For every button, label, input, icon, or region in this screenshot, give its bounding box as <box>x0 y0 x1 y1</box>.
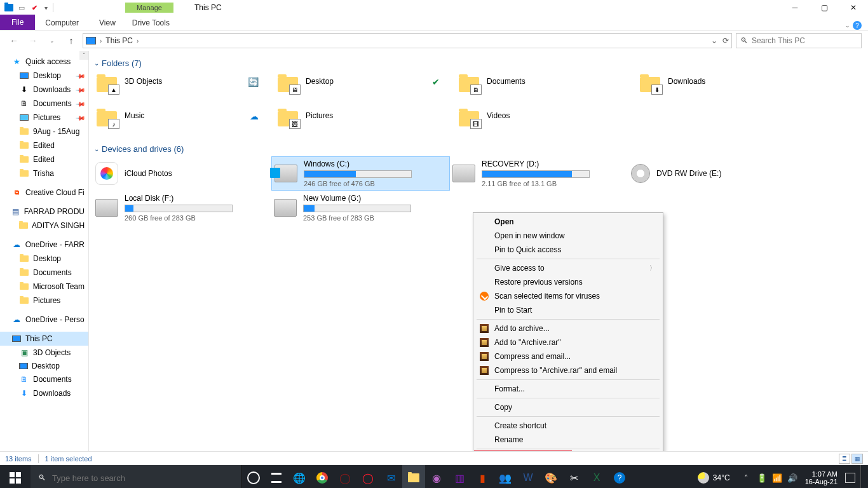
folder-tile[interactable]: ⬇Downloads <box>636 71 817 105</box>
mail-icon[interactable]: ✉ <box>379 465 402 488</box>
view-tab[interactable]: View <box>89 16 126 30</box>
folder-tile[interactable]: ▲3D Objects🔄 <box>93 71 274 105</box>
qat-dropdown-icon[interactable]: ▾ <box>42 4 50 11</box>
context-menu-item[interactable]: Open in new window <box>475 229 661 243</box>
folders-header[interactable]: ⌄Folders (7) <box>93 56 863 71</box>
recent-locations-button[interactable]: ⌄ <box>44 33 60 48</box>
context-menu-item[interactable]: Add to archive... <box>475 322 661 336</box>
context-menu-item[interactable]: Open <box>475 215 661 229</box>
context-menu-item[interactable]: Create shortcut <box>475 419 661 433</box>
minimize-button[interactable]: ─ <box>780 0 810 15</box>
sidebar-item[interactable]: Desktop <box>0 252 88 266</box>
close-button[interactable]: ✕ <box>839 0 868 15</box>
large-icons-view-button[interactable]: ▦ <box>851 454 863 464</box>
context-menu-item[interactable]: Add to "Archive.rar" <box>475 336 661 349</box>
address-dropdown-icon[interactable]: ⌄ <box>711 36 717 45</box>
sidebar-item[interactable]: ⬇Downloads📌 <box>0 83 88 97</box>
start-button[interactable] <box>0 465 31 488</box>
sidebar-onedrive-farr[interactable]: ☁OneDrive - FARR <box>0 238 88 252</box>
sidebar-item[interactable]: Pictures <box>0 294 88 308</box>
context-menu-item[interactable]: Compress to "Archive.rar" and email <box>475 363 661 377</box>
wifi-icon[interactable]: 📶 <box>772 473 782 483</box>
context-menu-item[interactable]: Rename <box>475 433 661 447</box>
help-icon[interactable]: ? <box>853 21 862 30</box>
cortana-button[interactable] <box>242 465 265 488</box>
chrome-icon[interactable] <box>311 465 334 488</box>
context-menu-item[interactable]: Scan selected items for viruses <box>475 289 661 303</box>
back-button[interactable]: ← <box>6 33 22 48</box>
context-menu-item[interactable]: Give access to〉 <box>475 261 661 275</box>
context-menu-item[interactable]: Pin to Quick access <box>475 243 661 257</box>
get-help-icon[interactable]: ? <box>608 465 631 488</box>
drives-header[interactable]: ⌄Devices and drives (6) <box>93 142 863 156</box>
breadcrumb[interactable]: This PC <box>105 36 133 45</box>
drive-tile[interactable]: iCloud Photos <box>93 156 271 191</box>
taskbar-search-input[interactable] <box>52 473 234 483</box>
maximize-button[interactable]: ▢ <box>810 0 839 15</box>
taskbar-clock[interactable]: 1:07 AM 16-Aug-21 <box>803 470 840 485</box>
tray-chevron-icon[interactable]: ˄ <box>742 473 752 483</box>
sidebar-item[interactable]: 🗎Documents <box>0 372 88 386</box>
sidebar-this-pc[interactable]: This PC <box>0 332 88 346</box>
onenote-icon[interactable]: ▥ <box>448 465 471 488</box>
search-box[interactable]: 🔍︎ <box>736 33 862 48</box>
folder-tile[interactable]: 🗎Documents <box>455 71 636 105</box>
sidebar-item[interactable]: Desktop <box>0 360 88 372</box>
sidebar-aditya[interactable]: ADITYA SINGH <box>0 219 88 233</box>
sidebar-creative-cloud[interactable]: ⧉Creative Cloud Fi <box>0 186 88 200</box>
context-menu-item[interactable]: Format... <box>475 382 661 396</box>
context-menu-item[interactable]: Restore previous versions <box>475 275 661 289</box>
folder-tile[interactable]: ♪Music☁ <box>93 105 274 139</box>
file-explorer-icon[interactable] <box>402 465 425 488</box>
sidebar-item[interactable]: Trisha <box>0 166 88 180</box>
drive-tile[interactable]: Local Disk (F:)260 GB free of 283 GB <box>93 191 271 225</box>
forward-button[interactable]: → <box>25 33 41 48</box>
sidebar-item[interactable]: Documents <box>0 266 88 280</box>
context-menu-item[interactable]: Copy <box>475 400 661 414</box>
drive-tile[interactable]: Windows (C:)246 GB free of 476 GB <box>271 156 450 191</box>
sidebar-item[interactable]: Edited <box>0 152 88 166</box>
sidebar-item[interactable]: Desktop📌 <box>0 69 88 83</box>
crumb-chevron-icon[interactable]: › <box>100 37 102 44</box>
paint-icon[interactable]: 🎨 <box>539 465 562 488</box>
taskbar-weather[interactable]: 34°C <box>691 472 736 484</box>
notifications-icon[interactable] <box>845 473 855 483</box>
folder-tile[interactable]: 🖥Desktop✔ <box>274 71 455 105</box>
context-menu-item[interactable]: Compress and email... <box>475 349 661 363</box>
sidebar-farrad[interactable]: ▤FARRAD PRODU <box>0 205 88 219</box>
expand-ribbon-icon[interactable]: ⌄ <box>845 22 850 29</box>
computer-tab[interactable]: Computer <box>35 16 89 30</box>
teams-icon[interactable]: 👥 <box>494 465 517 488</box>
opera-icon[interactable]: ◯ <box>356 465 379 488</box>
volume-icon[interactable]: 🔊 <box>787 473 797 483</box>
edge-icon[interactable]: 🌐 <box>288 465 311 488</box>
crumb-chevron-icon[interactable]: › <box>137 37 139 44</box>
drive-tools-tab[interactable]: Drive Tools <box>122 16 180 30</box>
show-desktop-button[interactable] <box>860 465 864 488</box>
file-tab[interactable]: File <box>0 15 35 30</box>
folder-tile[interactable]: 🖼Pictures <box>274 105 455 139</box>
sidebar-onedrive-personal[interactable]: ☁OneDrive - Perso <box>0 313 88 327</box>
context-menu-item[interactable]: Pin to Start <box>475 303 661 317</box>
scroll-up-icon[interactable]: ˄ <box>79 51 88 60</box>
details-view-button[interactable]: ≣ <box>839 454 850 464</box>
opera-gx-icon[interactable]: ◯ <box>334 465 356 488</box>
drive-tile[interactable]: DVD RW Drive (E:) <box>628 156 807 191</box>
address-bar[interactable]: › This PC › ⌄ ⟳ <box>83 33 732 48</box>
refresh-icon[interactable]: ⟳ <box>722 36 729 45</box>
search-input[interactable] <box>752 36 857 45</box>
sidebar-quick-access[interactable]: ★Quick access <box>0 55 88 69</box>
drive-tile[interactable]: RECOVERY (D:)2.11 GB free of 13.1 GB <box>450 156 628 191</box>
word-icon[interactable]: W <box>517 465 539 488</box>
drive-tile[interactable]: New Volume (G:)253 GB free of 283 GB <box>271 191 450 225</box>
sidebar-item[interactable]: ▣3D Objects <box>0 346 88 360</box>
contextual-tab-label[interactable]: Manage <box>125 3 173 13</box>
task-view-button[interactable] <box>265 465 288 488</box>
sidebar-item[interactable]: Edited <box>0 139 88 152</box>
sidebar-item[interactable]: 🗎Documents📌 <box>0 97 88 111</box>
check-icon[interactable]: ✔ <box>29 3 39 13</box>
sidebar-item[interactable]: Pictures📌 <box>0 111 88 125</box>
taskbar-search[interactable]: 🔍︎ <box>31 465 242 488</box>
excel-icon[interactable]: X <box>585 465 608 488</box>
sidebar-item[interactable]: 9Aug - 15Aug <box>0 125 88 139</box>
